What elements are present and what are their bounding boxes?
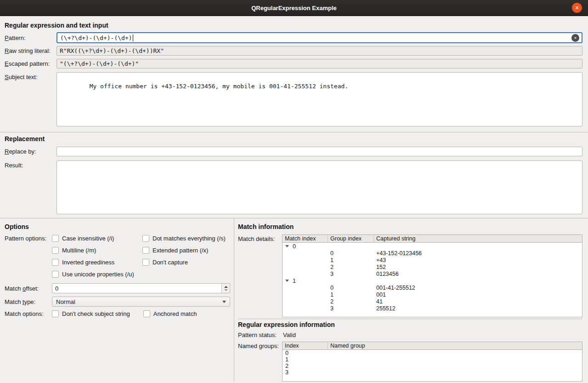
- tree-row[interactable]: 1+43: [283, 257, 582, 263]
- escaped-pattern-value: "(\+?\d+)-(\d+)-(\d+)": [60, 60, 139, 67]
- checkbox-box[interactable]: [52, 310, 59, 317]
- named-groups-table[interactable]: Index Named group 0123: [282, 342, 582, 382]
- tree-header-group-index[interactable]: Group index: [328, 235, 374, 242]
- spin-down-icon[interactable]: [224, 289, 228, 291]
- named-group-row[interactable]: 3: [283, 369, 582, 376]
- captured-string-cell: +43-152-0123456: [374, 250, 582, 257]
- checkbox-case-insensitive-i[interactable]: Case insensitive (/i): [52, 234, 142, 242]
- match-info-column: Match information Match details: Match i…: [234, 218, 588, 383]
- named-group-row[interactable]: 2: [283, 363, 582, 369]
- replace-by-input[interactable]: [57, 147, 582, 156]
- subject-text-area[interactable]: My office number is +43-152-0123456, my …: [57, 72, 582, 126]
- named-groups-label: Named groups:: [238, 342, 282, 349]
- group-index-cell: 1: [328, 292, 374, 298]
- table-header-named-group[interactable]: Named group: [328, 342, 582, 349]
- tree-row[interactable]: 30123456: [283, 270, 582, 277]
- match-type-combobox[interactable]: Normal: [52, 297, 230, 307]
- pattern-input[interactable]: (\+?\d+)-(\d+)-(\d+) ✕: [57, 32, 582, 43]
- match-type-value: Normal: [56, 298, 75, 305]
- pattern-status-value: Valid: [282, 332, 582, 338]
- match-offset-row: Match offset: 0: [5, 283, 234, 293]
- group-index-cell: 3: [328, 271, 374, 277]
- match-offset-value: 0: [52, 284, 221, 293]
- checkbox-box[interactable]: [52, 271, 59, 278]
- clear-button[interactable]: ✕: [571, 34, 579, 42]
- named-group-row[interactable]: 1: [283, 356, 582, 363]
- section-divider: [238, 319, 582, 319]
- checkbox-extended-pattern-x[interactable]: Extended pattern (/x): [142, 246, 226, 254]
- tree-row[interactable]: 1001: [283, 291, 582, 298]
- bottom-split: Options Pattern options: Case insensitiv…: [0, 218, 588, 383]
- match-index-value: 0: [293, 243, 296, 250]
- tree-row[interactable]: 0: [283, 243, 582, 250]
- raw-string-row: Raw string literal: R"RX((\+?\d+)-(\d+)-…: [5, 46, 582, 56]
- tree-row[interactable]: 241: [283, 298, 582, 305]
- checkbox-box[interactable]: [52, 259, 59, 266]
- match-type-label: Match type:: [5, 298, 52, 305]
- table-header-index[interactable]: Index: [283, 342, 328, 349]
- tree-row[interactable]: 3255512: [283, 305, 582, 312]
- tree-row[interactable]: 1: [283, 277, 582, 284]
- pattern-row: Pattern: (\+?\d+)-(\d+)-(\d+) ✕: [5, 32, 582, 43]
- checkbox-box[interactable]: [142, 259, 149, 266]
- subject-text-value: My office number is +43-152-0123456, my …: [90, 83, 349, 90]
- close-button[interactable]: ✕: [572, 3, 582, 13]
- match-details-row: Match details: Match index Group index C…: [238, 234, 582, 317]
- spin-up-icon[interactable]: [224, 286, 228, 288]
- match-index-cell: 1: [283, 278, 328, 284]
- checkbox-multiline-m[interactable]: Multiline (/m): [52, 246, 142, 254]
- main-content: Regular expression and text input Patter…: [0, 16, 588, 383]
- pattern-status-label: Pattern status:: [238, 332, 282, 338]
- checkbox-anchored-match[interactable]: Anchored match: [143, 310, 197, 317]
- checkbox-don-t-check-subject-string[interactable]: Don't check subject string: [52, 310, 130, 317]
- index-cell: 1: [283, 356, 328, 363]
- chevron-down-icon: [222, 301, 226, 303]
- app-window: QRegularExpression Example ✕ Regular exp…: [0, 0, 588, 383]
- named-group-row[interactable]: 0: [283, 350, 582, 356]
- group-index-cell: 2: [328, 264, 374, 270]
- result-area[interactable]: [57, 160, 582, 214]
- pattern-status-row: Pattern status: Valid: [238, 332, 582, 338]
- tree-header-match-index[interactable]: Match index: [283, 235, 328, 242]
- checkbox-box[interactable]: [142, 235, 149, 242]
- checkbox-box[interactable]: [52, 235, 59, 242]
- tree-row[interactable]: 0001-41-255512: [283, 284, 582, 291]
- match-offset-label: Match offset:: [5, 285, 52, 292]
- tree-row[interactable]: 2152: [283, 263, 582, 270]
- checkbox-use-unicode-properties-u[interactable]: Use unicode properties (/u): [52, 270, 142, 278]
- replace-by-row: Replace by:: [5, 147, 582, 156]
- captured-string-cell: 152: [374, 264, 582, 270]
- checkbox-don-t-capture[interactable]: Don't capture: [142, 258, 226, 266]
- checkbox-label: Inverted greediness: [62, 259, 114, 266]
- checkbox-box[interactable]: [52, 247, 59, 254]
- escaped-pattern-field[interactable]: "(\+?\d+)-(\d+)-(\d+)": [57, 59, 582, 69]
- checkbox-label: Multiline (/m): [62, 247, 96, 254]
- captured-string-cell: +43: [374, 257, 582, 263]
- pattern-label: Pattern:: [5, 34, 57, 41]
- tree-header-captured-string[interactable]: Captured string: [374, 235, 582, 242]
- titlebar[interactable]: QRegularExpression Example ✕: [0, 0, 588, 16]
- pattern-options-checkboxes: Case insensitive (/i)Multiline (/m)Inver…: [52, 234, 234, 282]
- group-index-cell: 0: [328, 285, 374, 291]
- pattern-value: (\+?\d+)-(\d+)-(\d+): [60, 34, 132, 41]
- table-header: Index Named group: [283, 342, 582, 350]
- collapse-arrow-icon[interactable]: [285, 245, 289, 247]
- captured-string-cell: 255512: [374, 305, 582, 312]
- group-index-cell: 1: [328, 257, 374, 263]
- checkbox-inverted-greediness[interactable]: Inverted greediness: [52, 258, 142, 266]
- match-type-row: Match type: Normal: [5, 297, 234, 307]
- checkbox-box[interactable]: [142, 247, 149, 254]
- tree-row[interactable]: 0+43-152-0123456: [283, 250, 582, 257]
- collapse-arrow-icon[interactable]: [285, 280, 289, 282]
- match-details-tree[interactable]: Match index Group index Captured string …: [282, 234, 582, 317]
- window-title: QRegularExpression Example: [251, 5, 337, 11]
- checkbox-label: Extended pattern (/x): [153, 247, 208, 254]
- spinbox-buttons[interactable]: [221, 284, 230, 293]
- raw-string-field[interactable]: R"RX((\+?\d+)-(\d+)-(\d+))RX": [57, 46, 582, 56]
- replacement-heading: Replacement: [5, 135, 582, 143]
- checkbox-dot-matches-everything-s[interactable]: Dot matches everything (/s): [142, 234, 226, 242]
- match-index-cell: 0: [283, 243, 328, 250]
- checkbox-box[interactable]: [143, 310, 150, 317]
- raw-string-label: Raw string literal:: [5, 47, 57, 54]
- match-offset-spinbox[interactable]: 0: [52, 283, 230, 293]
